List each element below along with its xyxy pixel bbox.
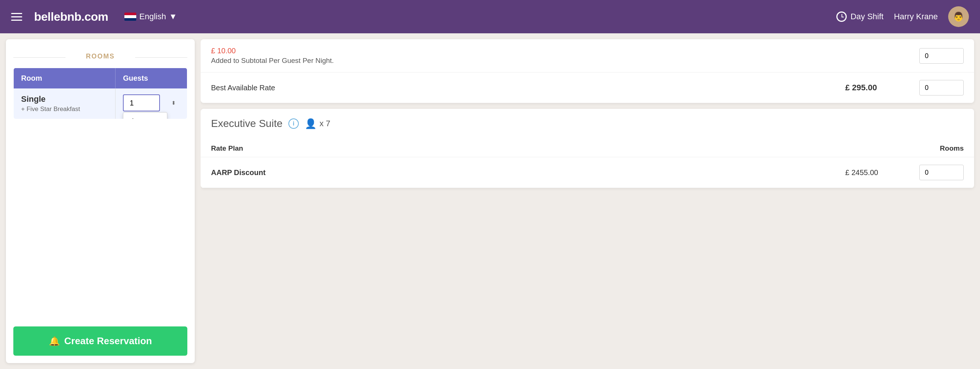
main-layout: ROOMS Room Guests Single + Five Star Bre… — [0, 33, 980, 369]
bell-icon: 🔔 — [49, 336, 60, 347]
avatar[interactable]: 👨 — [948, 6, 969, 27]
suite-title-row: Executive Suite i 👤 x 7 — [211, 118, 964, 130]
aarp-label: AARP Discount — [211, 169, 845, 177]
room-col-header: Room — [14, 68, 116, 89]
top-rate-card: £ 10.00 Added to Subtotal Per Guest Per … — [200, 39, 974, 103]
room-sub: + Five Star Breakfast — [21, 105, 108, 113]
rooms-header: ROOMS — [13, 47, 187, 68]
flag-icon — [124, 13, 136, 21]
rate-plan-col-header: Rate Plan — [211, 144, 890, 153]
suite-title: Executive Suite — [211, 118, 283, 130]
executive-suite-card: Executive Suite i 👤 x 7 Rate Plan Rooms … — [200, 109, 974, 188]
info-icon[interactable]: i — [288, 118, 299, 129]
hamburger-menu[interactable] — [11, 13, 22, 21]
capacity-count: x 7 — [320, 119, 330, 129]
person-icon: 👤 — [305, 118, 317, 130]
room-name: Single — [21, 94, 108, 104]
create-reservation-button[interactable]: 🔔 Create Reservation — [13, 326, 187, 356]
table-row: Single + Five Star Breakfast 1 2 ⬍ — [14, 89, 187, 119]
per-guest-rooms-select[interactable]: 012 — [919, 48, 964, 64]
per-guest-row: £ 10.00 Added to Subtotal Per Guest Per … — [200, 39, 974, 73]
per-guest-desc: Added to Subtotal Per Guest Per Night. — [211, 57, 919, 65]
rooms-label: ROOMS — [86, 52, 115, 60]
aarp-rooms-select[interactable]: 012 — [919, 165, 964, 180]
rooms-table: Room Guests Single + Five Star Breakfast — [13, 68, 187, 119]
dropdown-option-1[interactable]: 1 — [123, 113, 167, 119]
language-dropdown-arrow: ▼ — [169, 12, 177, 21]
guests-select-wrapper: 1 2 ⬍ 1 2 — [123, 94, 180, 111]
left-panel: ROOMS Room Guests Single + Five Star Bre… — [6, 39, 195, 363]
language-label: English — [139, 12, 166, 21]
create-reservation-label: Create Reservation — [64, 335, 152, 347]
aarp-price: £ 2455.00 — [845, 169, 919, 177]
shift-label: Day Shift — [850, 12, 883, 21]
rooms-col-header: Rooms — [890, 144, 964, 153]
day-shift-icon — [836, 11, 847, 22]
select-arrow-icon: ⬍ — [172, 100, 176, 106]
best-available-rate-row: Best Available Rate £ 295.00 012 — [200, 73, 974, 103]
capacity-badge: 👤 x 7 — [305, 118, 330, 130]
best-rate-price: £ 295.00 — [845, 83, 919, 92]
guests-col-header: Guests — [116, 68, 187, 89]
site-logo: bellebnb.com — [34, 10, 108, 24]
rate-table-header: Rate Plan Rooms — [200, 144, 974, 157]
guests-dropdown[interactable]: 1 2 — [123, 112, 167, 119]
guests-select[interactable]: 1 2 — [123, 94, 160, 111]
top-navigation: bellebnb.com English ▼ Day Shift Harry K… — [0, 0, 980, 33]
right-panel: £ 10.00 Added to Subtotal Per Guest Per … — [200, 33, 980, 369]
best-rate-rooms-select[interactable]: 012 — [919, 80, 964, 95]
rooms-section: ROOMS Room Guests Single + Five Star Bre… — [6, 39, 195, 326]
per-guest-note: £ 10.00 — [211, 47, 919, 55]
aarp-discount-row: AARP Discount £ 2455.00 012 — [200, 157, 974, 188]
best-rate-label: Best Available Rate — [211, 84, 845, 92]
shift-indicator: Day Shift — [836, 11, 883, 22]
user-name: Harry Krane — [894, 12, 938, 21]
topnav-right-section: Day Shift Harry Krane 👨 — [836, 6, 969, 27]
suite-header: Executive Suite i 👤 x 7 — [200, 109, 974, 144]
language-selector[interactable]: English ▼ — [124, 12, 177, 21]
